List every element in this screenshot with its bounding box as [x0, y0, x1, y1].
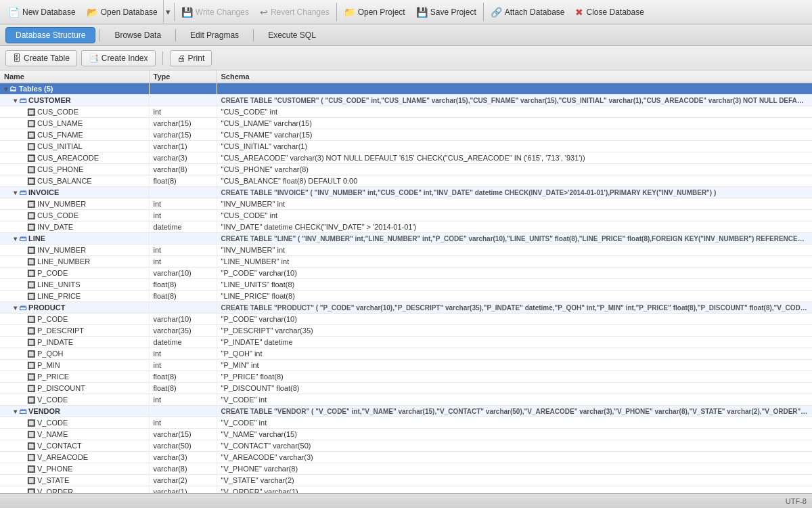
- field-name: INV_NUMBER: [37, 200, 86, 208]
- field-schema-cell: "P_DISCOUNT" float(8): [217, 383, 812, 394]
- field-icon: 🔲: [27, 477, 35, 484]
- table-row[interactable]: 🔲 V_STATE varchar(2) "V_STATE" varchar(2…: [0, 475, 812, 486]
- tab-database-structure[interactable]: Database Structure: [5, 27, 95, 43]
- create-table-button[interactable]: 🗄 Create Table: [5, 50, 77, 66]
- table-row[interactable]: 🔲 P_INDATE datetime "P_INDATE" datetime: [0, 337, 812, 348]
- field-name-cell: 🔲 P_QOH: [0, 348, 149, 360]
- field-name: V_CODE: [37, 419, 68, 427]
- table-row[interactable]: 🔲 CUS_FNAME varchar(15) "CUS_FNAME" varc…: [0, 129, 812, 141]
- field-schema-cell: "CUS_BALANCE" float(8) DEFAULT 0.00: [217, 175, 812, 187]
- table-row[interactable]: 🔲 CUS_BALANCE float(8) "CUS_BALANCE" flo…: [0, 175, 812, 187]
- table-row[interactable]: 🔲 CUS_CODE int "CUS_CODE" int: [0, 210, 812, 221]
- table-row[interactable]: 🔲 INV_NUMBER int "INV_NUMBER" int: [0, 198, 812, 210]
- tables-group-type: [149, 83, 217, 95]
- table-row[interactable]: 🔲 P_CODE varchar(10) "P_CODE" varchar(10…: [0, 314, 812, 325]
- create-index-label: Create Index: [102, 54, 148, 63]
- field-icon: 🔲: [27, 166, 35, 173]
- revert-changes-button[interactable]: ↩ Revert Changes: [254, 0, 335, 24]
- field-name: LINE_PRICE: [37, 292, 81, 300]
- field-icon: 🔲: [27, 293, 35, 300]
- field-name: V_PHONE: [37, 465, 73, 473]
- field-schema-cell: "P_QOH" int: [217, 348, 812, 360]
- field-icon: 🔲: [27, 488, 35, 494]
- table-row[interactable]: 🔲 P_QOH int "P_QOH" int: [0, 348, 812, 360]
- table-row[interactable]: 🔲 V_CODE int "V_CODE" int: [0, 417, 812, 429]
- table-row[interactable]: ▾ 🗃 LINE CREATE TABLE "LINE" ( "INV_NUMB…: [0, 233, 812, 245]
- field-type-cell: varchar(50): [149, 440, 217, 452]
- table-row[interactable]: ▾ 🗃 INVOICE CREATE TABLE "INVOICE" ( "IN…: [0, 187, 812, 198]
- tab-execute-sql[interactable]: Execute SQL: [258, 27, 326, 43]
- attach-database-button[interactable]: 🔗 Attach Database: [485, 0, 570, 24]
- field-schema-cell: "V_CONTACT" varchar(50): [217, 440, 812, 452]
- open-database-dropdown[interactable]: ▾: [163, 0, 173, 24]
- table-row[interactable]: 🔲 CUS_AREACODE varchar(3) "CUS_AREACODE"…: [0, 152, 812, 164]
- table-schema-cell: CREATE TABLE "VENDOR" ( "V_CODE" int,"V_…: [217, 406, 812, 417]
- close-database-button[interactable]: ✖ Close Database: [570, 0, 649, 24]
- field-name: P_QOH: [37, 350, 64, 358]
- field-icon: 🔲: [27, 270, 35, 277]
- field-name: INV_DATE: [37, 223, 73, 231]
- table-chevron[interactable]: ▾: [14, 304, 17, 312]
- field-name-cell: 🔲 LINE_NUMBER: [0, 256, 149, 268]
- open-database-icon: 📂: [87, 7, 98, 18]
- field-name-cell: 🔲 CUS_AREACODE: [0, 152, 149, 164]
- table-row[interactable]: 🔲 CUS_PHONE varchar(8) "CUS_PHONE" varch…: [0, 164, 812, 175]
- table-chevron[interactable]: ▾: [14, 235, 17, 242]
- table-header-row: Name Type Schema: [0, 70, 812, 83]
- field-name-cell: 🔲 V_CODE: [0, 394, 149, 406]
- field-schema-cell: "CUS_AREACODE" varchar(3) NOT NULL DEFAU…: [217, 152, 812, 164]
- table-row[interactable]: 🔲 V_NAME varchar(15) "V_NAME" varchar(15…: [0, 429, 812, 440]
- tables-group-row[interactable]: ▾ 🗂 Tables (5): [0, 83, 812, 95]
- field-icon: 🔲: [27, 385, 35, 392]
- field-name-cell: 🔲 P_MIN: [0, 360, 149, 371]
- create-index-button[interactable]: 📑 Create Index: [81, 50, 156, 66]
- table-row[interactable]: 🔲 LINE_NUMBER int "LINE_NUMBER" int: [0, 256, 812, 268]
- field-name-cell: 🔲 P_CODE: [0, 314, 149, 325]
- tab-browse-data[interactable]: Browse Data: [104, 27, 171, 43]
- field-name: INV_NUMBER: [37, 246, 86, 254]
- write-changes-button[interactable]: 💾 Write Changes: [176, 0, 254, 24]
- table-row[interactable]: 🔲 P_CODE varchar(10) "P_CODE" varchar(10…: [0, 268, 812, 279]
- table-row[interactable]: 🔲 CUS_LNAME varchar(15) "CUS_LNAME" varc…: [0, 118, 812, 129]
- table-row[interactable]: ▾ 🗃 CUSTOMER CREATE TABLE "CUSTOMER" ( "…: [0, 95, 812, 106]
- toolbar-sep-1: [174, 3, 175, 21]
- table-chevron[interactable]: ▾: [14, 97, 17, 104]
- open-project-button[interactable]: 📁 Open Project: [338, 0, 411, 24]
- group-chevron[interactable]: ▾: [4, 85, 7, 93]
- table-row[interactable]: 🔲 LINE_UNITS float(8) "LINE_UNITS" float…: [0, 279, 812, 291]
- table-name-cell: ▾ 🗃 CUSTOMER: [0, 95, 149, 106]
- save-project-button[interactable]: 💾 Save Project: [411, 0, 482, 24]
- print-icon: 🖨: [177, 54, 185, 63]
- table-row[interactable]: ▾ 🗃 VENDOR CREATE TABLE "VENDOR" ( "V_CO…: [0, 406, 812, 417]
- table-row[interactable]: 🔲 V_CODE int "V_CODE" int: [0, 394, 812, 406]
- table-row[interactable]: 🔲 LINE_PRICE float(8) "LINE_PRICE" float…: [0, 291, 812, 302]
- table-row[interactable]: 🔲 INV_NUMBER int "INV_NUMBER" int: [0, 245, 812, 256]
- field-name: CUS_LNAME: [37, 119, 83, 127]
- table-row[interactable]: 🔲 V_PHONE varchar(8) "V_PHONE" varchar(8…: [0, 463, 812, 475]
- new-database-button[interactable]: 📄 New Database: [3, 0, 81, 24]
- table-row[interactable]: ▾ 🗃 PRODUCT CREATE TABLE "PRODUCT" ( "P_…: [0, 302, 812, 314]
- field-name-cell: 🔲 V_NAME: [0, 429, 149, 440]
- table-row[interactable]: 🔲 CUS_INITIAL varchar(1) "CUS_INITIAL" v…: [0, 141, 812, 152]
- table-row[interactable]: 🔲 P_DESCRIPT varchar(35) "P_DESCRIPT" va…: [0, 325, 812, 337]
- table-chevron[interactable]: ▾: [14, 408, 17, 415]
- table-row[interactable]: 🔲 V_AREACODE varchar(3) "V_AREACODE" var…: [0, 452, 812, 463]
- field-icon: 🔲: [27, 281, 35, 289]
- table-row[interactable]: 🔲 P_DISCOUNT float(8) "P_DISCOUNT" float…: [0, 383, 812, 394]
- print-button[interactable]: 🖨 Print: [170, 50, 212, 66]
- field-type-cell: varchar(35): [149, 325, 217, 337]
- table-chevron[interactable]: ▾: [14, 189, 17, 196]
- table-row[interactable]: 🔲 P_PRICE float(8) "P_PRICE" float(8): [0, 371, 812, 383]
- field-schema-cell: "INV_NUMBER" int: [217, 198, 812, 210]
- tab-edit-pragmas[interactable]: Edit Pragmas: [180, 27, 249, 43]
- table-row[interactable]: 🔲 V_ORDER varchar(1) "V_ORDER" varchar(1…: [0, 486, 812, 494]
- field-schema-cell: "LINE_UNITS" float(8): [217, 279, 812, 291]
- table-row[interactable]: 🔲 INV_DATE datetime "INV_DATE" datetime …: [0, 221, 812, 233]
- attach-database-icon: 🔗: [491, 7, 502, 18]
- open-database-button[interactable]: 📂 Open Database: [81, 0, 163, 24]
- table-row[interactable]: 🔲 P_MIN int "P_MIN" int: [0, 360, 812, 371]
- table-row[interactable]: 🔲 V_CONTACT varchar(50) "V_CONTACT" varc…: [0, 440, 812, 452]
- table-row[interactable]: 🔲 CUS_CODE int "CUS_CODE" int: [0, 106, 812, 118]
- field-name-cell: 🔲 INV_NUMBER: [0, 198, 149, 210]
- field-type-cell: int: [149, 210, 217, 221]
